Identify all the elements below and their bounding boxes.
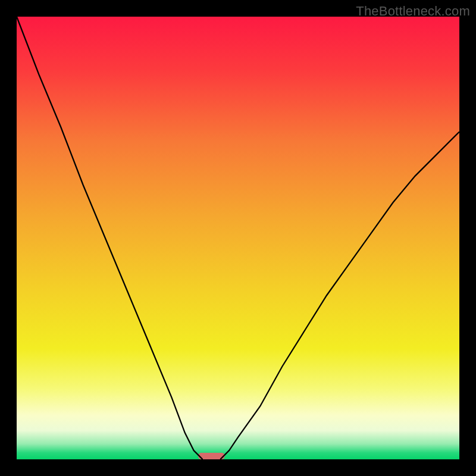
watermark-text: TheBottleneck.com (356, 4, 470, 19)
chart-root: { "watermark": "TheBottleneck.com", "cha… (0, 0, 476, 476)
bottleneck-chart (0, 0, 476, 476)
plot-background (17, 17, 459, 459)
